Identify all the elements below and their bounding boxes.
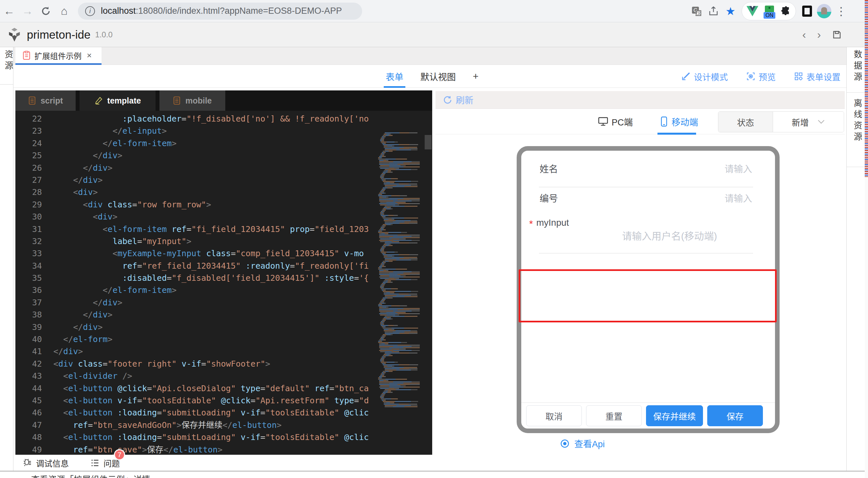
action-design-mode[interactable]: 设计模式: [681, 70, 728, 83]
code-line: 45 <el-button v-if="toolsEditable" @clic…: [16, 394, 432, 407]
window-extension-icon[interactable]: [799, 6, 816, 17]
share-icon[interactable]: [705, 6, 722, 17]
minimap-row: [380, 286, 384, 287]
app-title: primeton-ide: [27, 28, 91, 41]
minimap-row: [384, 402, 394, 403]
vue-devtools-icon[interactable]: [746, 6, 758, 17]
minimap-row: [382, 356, 386, 357]
view-api-link[interactable]: 查看Api: [560, 437, 639, 450]
tab-mobile[interactable]: 移动端: [660, 109, 698, 134]
minimap-row: [384, 257, 417, 258]
status-strip: 查看资源「扩展组件示例」详情: [0, 471, 868, 478]
minimap-row: [381, 374, 385, 375]
save-button[interactable]: 保存: [707, 405, 763, 426]
minimap-row: [379, 199, 420, 200]
minimap-row: [378, 304, 382, 305]
tab-default-view[interactable]: 默认视图: [421, 65, 456, 88]
puzzle-extensions-icon[interactable]: [781, 6, 791, 17]
code-editor[interactable]: scripttemplatemobile 22 :placeholder="!f…: [16, 90, 432, 455]
minimap-row: [383, 261, 393, 262]
sidebar-item-datasource[interactable]: 数据源: [847, 47, 865, 93]
editor-tab-template[interactable]: template: [80, 90, 156, 111]
minimap-row: [380, 191, 384, 192]
minimap-row: [381, 142, 398, 143]
on-extension-icon[interactable]: ON: [764, 6, 775, 17]
code-line: 41</div>: [16, 345, 432, 357]
back-icon[interactable]: ←: [0, 2, 18, 20]
minimap-row: [379, 237, 420, 238]
document-tab[interactable]: 扩展组件示例 ×: [16, 47, 101, 64]
browser-menu-icon[interactable]: ⋮: [833, 5, 850, 18]
code-line: 24 </el-form-item>: [16, 137, 432, 149]
line-number: 44: [16, 382, 42, 394]
editor-tab-mobile[interactable]: mobile: [159, 90, 225, 111]
state-select[interactable]: 新增: [773, 112, 844, 132]
reset-button[interactable]: 重置: [586, 405, 642, 426]
profile-avatar[interactable]: [816, 4, 833, 18]
save-and-continue-button[interactable]: 保存并继续: [646, 405, 703, 426]
minimap-row: [382, 393, 386, 394]
minimap-row: [385, 221, 417, 222]
minimap-row: [380, 375, 384, 376]
cancel-button[interactable]: 取消: [526, 405, 582, 426]
minimap-row: [379, 203, 420, 204]
minimap-row: [379, 346, 420, 347]
action-preview[interactable]: 预览: [746, 70, 776, 83]
tab-form[interactable]: 表单: [386, 65, 403, 88]
minimap-row: [383, 328, 418, 329]
code-text: </div>: [53, 345, 83, 357]
minimap-row: [378, 267, 382, 268]
minimap-row: [382, 180, 386, 181]
sidebar-item-resources[interactable]: 资源: [0, 47, 13, 85]
view-tabs: 表单默认视图+: [386, 65, 479, 88]
refresh-button[interactable]: 刷新: [443, 93, 473, 106]
chevron-down-icon: [817, 119, 825, 124]
add-view-tab[interactable]: +: [473, 65, 479, 88]
minimap-row: [380, 385, 406, 386]
device-toggle-row: PC端 移动端 状态 新增: [435, 109, 845, 134]
left-rail: 资源: [0, 47, 13, 471]
doc-icon: [28, 96, 36, 105]
line-number: 41: [16, 345, 42, 357]
problems-button[interactable]: 问题 7: [90, 457, 120, 469]
site-info-icon[interactable]: i: [85, 6, 95, 16]
minimap-row: [385, 258, 417, 259]
line-number: 32: [16, 235, 42, 247]
minimap-row: [384, 170, 391, 171]
debug-info-button[interactable]: 调试信息: [23, 457, 69, 469]
code-text: <el-button v-if="toolsEditable" @click="…: [53, 394, 369, 407]
minimap-row: [379, 235, 420, 236]
api-eye-icon: [560, 439, 570, 449]
tab-pc[interactable]: PC端: [598, 109, 633, 134]
history-back-icon[interactable]: ‹: [802, 28, 806, 41]
minimap-row: [384, 330, 417, 331]
minimap-row: [379, 240, 420, 241]
address-bar[interactable]: i localhost:18080/ide/index.html?appName…: [78, 3, 362, 20]
forward-icon[interactable]: →: [18, 2, 37, 20]
minimap-row: [379, 308, 420, 309]
code-text: <div class="row form_row">: [53, 199, 211, 211]
minimap-row: [381, 337, 385, 338]
field-placeholder[interactable]: 请输入用户名(移动端): [622, 228, 717, 242]
field-placeholder[interactable]: 请输入: [724, 191, 752, 204]
minimap-slider[interactable]: [425, 135, 432, 149]
field-placeholder[interactable]: 请输入: [724, 162, 752, 175]
save-icon[interactable]: [832, 30, 842, 40]
minimap-row: [381, 362, 398, 363]
close-icon[interactable]: ×: [87, 51, 92, 61]
code-area[interactable]: 22 :placeholder="!f_disabled['no'] && !f…: [16, 111, 432, 455]
action-form-settings[interactable]: 表单设置: [794, 70, 840, 83]
editor-minimap[interactable]: [378, 132, 423, 408]
form-footer-buttons: 取消重置保存并继续保存: [526, 405, 770, 426]
bookmark-star-icon[interactable]: ★: [722, 5, 739, 18]
url-text[interactable]: localhost:18080/ide/index.html?appName=E…: [101, 6, 342, 16]
translate-icon[interactable]: G文: [688, 5, 705, 17]
home-icon[interactable]: ⌂: [55, 2, 73, 20]
sidebar-item-offline-resources[interactable]: 离线资源: [847, 93, 865, 167]
action-label: 表单设置: [806, 70, 840, 83]
minimap-row: [379, 160, 388, 161]
history-forward-icon[interactable]: ›: [817, 28, 821, 41]
reload-icon[interactable]: [37, 2, 55, 20]
editor-tab-script[interactable]: script: [16, 90, 75, 111]
minimap-row: [385, 185, 417, 186]
